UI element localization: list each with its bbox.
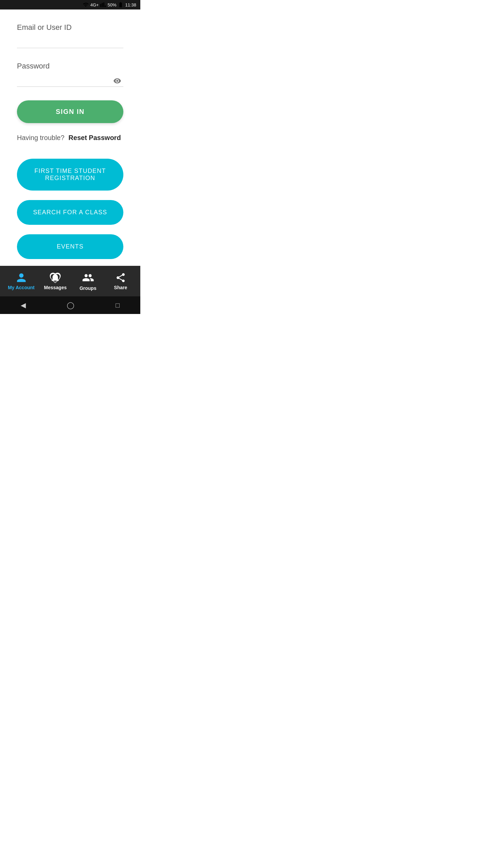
share-icon	[115, 272, 126, 283]
my-account-icon	[16, 272, 27, 283]
groups-label: Groups	[80, 285, 97, 291]
sign-in-button[interactable]: SIGN IN	[17, 100, 123, 123]
messages-icon	[50, 272, 61, 283]
share-label: Share	[114, 285, 127, 290]
password-label: Password	[17, 62, 123, 71]
events-button[interactable]: EVENTS	[17, 234, 123, 259]
email-input-wrapper	[17, 38, 123, 48]
nav-item-messages[interactable]: Messages	[43, 272, 67, 290]
time-display: 11:38	[125, 2, 136, 7]
status-bar: 4G+ 50% 11:38	[0, 0, 140, 9]
back-button[interactable]: ◀	[14, 298, 33, 312]
nav-item-my-account[interactable]: My Account	[8, 272, 35, 290]
groups-icon	[82, 272, 94, 284]
network-label: 4G+	[90, 2, 99, 7]
nav-item-share[interactable]: Share	[109, 272, 133, 290]
battery-icon	[118, 2, 124, 8]
eye-svg	[113, 77, 121, 85]
nav-item-groups[interactable]: Groups	[76, 272, 100, 291]
reset-password-link[interactable]: Reset Password	[68, 134, 121, 142]
email-input[interactable]	[17, 38, 123, 45]
android-nav-bar: ◀ ◯ □	[0, 296, 140, 314]
home-button[interactable]: ◯	[60, 298, 81, 312]
recents-button[interactable]: □	[109, 299, 126, 312]
status-icons: 4G+ 50% 11:38	[83, 2, 136, 8]
main-content: Email or User ID Password SIGN IN Having…	[0, 9, 140, 266]
show-password-icon[interactable]	[113, 77, 121, 86]
wifi-icon	[83, 2, 89, 8]
email-label: Email or User ID	[17, 23, 123, 32]
messages-label: Messages	[44, 285, 67, 290]
my-account-label: My Account	[8, 285, 35, 290]
search-class-button[interactable]: SEARCH FOR A CLASS	[17, 200, 123, 225]
signal-icon	[100, 2, 106, 8]
password-input-wrapper	[17, 77, 123, 87]
password-field-group: Password	[17, 62, 123, 87]
student-registration-button[interactable]: FIRST TIME STUDENT REGISTRATION	[17, 159, 123, 191]
password-input[interactable]	[17, 77, 123, 84]
bottom-nav: My Account Messages Groups Share	[0, 266, 140, 296]
battery-percent: 50%	[107, 2, 116, 7]
trouble-row: Having trouble? Reset Password	[17, 134, 123, 142]
email-field-group: Email or User ID	[17, 23, 123, 48]
trouble-text: Having trouble?	[17, 134, 64, 142]
